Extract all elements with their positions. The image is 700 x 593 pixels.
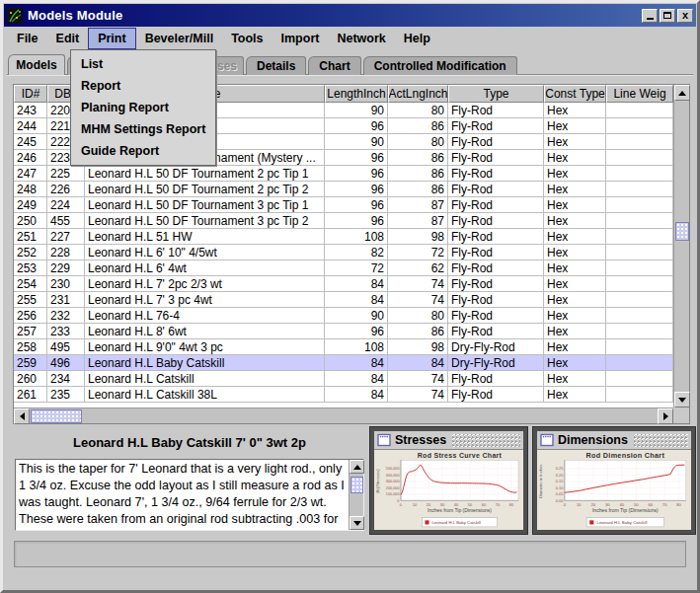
print-menu-item-planing-report[interactable]: Planing Report [71,97,215,118]
cell-lw [606,118,673,134]
close-icon: x [682,10,688,21]
column-header-type[interactable]: Type [448,85,544,103]
app-icon [7,8,23,24]
table-row-258[interactable]: 258495Leonard H.L 9'0" 4wt 3 pc10898Dry-… [14,339,673,355]
stresses-frame-titlebar[interactable]: Stresses [374,431,523,450]
description-scrollbar[interactable] [349,460,363,530]
cell-id: 261 [14,387,47,403]
maximize-icon [663,12,671,19]
cell-lw [606,260,673,276]
maximize-button[interactable] [660,9,675,23]
cell-type: Fly-Rod [448,213,544,229]
menubar-item-file[interactable]: File [8,28,47,49]
cell-db: 229 [47,260,85,276]
tab-chart[interactable]: Chart [308,56,360,75]
table-row-253[interactable]: 253229Leonard H.L 6' 4wt7262Fly-RodHex [14,260,673,276]
table-row-249[interactable]: 249224Leonard H.L 50 DF Tournament 3 pc … [14,197,673,213]
desc-scroll-up-button[interactable] [350,460,364,474]
scroll-down-button[interactable] [674,392,690,408]
table-row-252[interactable]: 252228Leonard H.L 6' 10" 4/5wt8272Fly-Ro… [14,245,673,260]
column-header-line-weig[interactable]: Line Weig [606,85,673,103]
desc-scroll-down-button[interactable] [350,516,364,530]
minimize-button[interactable] [642,9,658,23]
cell-len: 84 [325,387,388,403]
svg-text:Diameter in Inches: Diameter in Inches [538,465,543,498]
model-description-text[interactable]: This is the taper for 7' Leonard that is… [16,460,349,530]
bottom-empty-field[interactable] [14,541,686,567]
close-button[interactable]: x [677,9,693,23]
desc-scroll-thumb[interactable] [350,477,363,493]
cell-id: 254 [14,276,47,292]
cell-id: 259 [14,355,47,371]
tab-controlled-modification[interactable]: Controlled Modification [363,56,517,75]
menubar-item-import[interactable]: Import [272,28,329,49]
table-row-248[interactable]: 248226Leonard H.L 50 DF Tournament 2 pc … [14,182,673,197]
cell-lw [606,150,673,166]
cell-id: 255 [14,292,47,308]
print-menu-item-guide-report[interactable]: Guide Report [71,140,215,162]
cell-name: Leonard H.L 50 DF Tournament 2 pc Tip 1 [85,166,325,182]
table-row-250[interactable]: 250455Leonard H.L 50 DF Tournament 3 pc … [14,213,673,229]
cell-id: 251 [14,229,47,245]
table-row-257[interactable]: 257233Leonard H.L 8' 6wt9686Fly-RodHex [14,324,673,339]
cell-len: 90 [325,103,388,118]
cell-id: 244 [14,118,47,134]
cell-const: Hex [544,276,606,292]
table-horizontal-scrollbar[interactable] [14,408,673,423]
table-row-261[interactable]: 261235Leonard H.L Catskill 38L8474Fly-Ro… [14,387,673,403]
cell-id: 249 [14,197,47,213]
dimensions-frame-titlebar[interactable]: Dimensions [537,431,691,450]
titlebar[interactable]: Models Module x [4,4,696,27]
cell-act: 87 [388,197,448,213]
menubar-item-beveler-mill[interactable]: Beveler/Mill [136,28,222,49]
tab-details[interactable]: Details [246,56,306,75]
table-row-251[interactable]: 251227Leonard H.L 51 HW10898Fly-RodHex [14,229,673,245]
cell-db: 495 [47,339,85,355]
table-row-259[interactable]: 259496Leonard H.L Baby Catskill8484Dry-F… [14,355,673,371]
cell-len: 96 [325,197,388,213]
menubar-item-tools[interactable]: Tools [222,28,272,49]
cell-id: 250 [14,213,47,229]
svg-text:0.05: 0.05 [556,491,564,496]
cell-len: 90 [325,308,388,324]
menubar-item-network[interactable]: Network [328,28,394,49]
scroll-left-button[interactable] [14,408,30,424]
tab-models[interactable]: Models [8,54,65,75]
menubar-item-help[interactable]: Help [395,28,439,49]
menubar-item-edit[interactable]: Edit [47,28,89,49]
table-row-254[interactable]: 254230Leonard H.L 7' 2pc 2/3 wt8474Fly-R… [14,276,673,292]
print-menu-item-report[interactable]: Report [71,75,215,97]
column-header-actlnginch[interactable]: ActLngInch [388,85,448,103]
print-menu-item-mhm-settings-report[interactable]: MHM Settings Report [71,118,215,140]
cell-len: 96 [325,166,388,182]
cell-name: Leonard H.L 7' 2pc 2/3 wt [85,276,325,292]
scroll-up-button[interactable] [674,85,690,101]
table-row-255[interactable]: 255231Leonard H.L 7' 3 pc 4wt8474Fly-Rod… [14,292,673,308]
cell-lw [606,339,673,355]
cell-type: Fly-Rod [448,150,544,166]
column-header-id[interactable]: ID# [14,85,47,103]
menubar: FileEditPrintBeveler/MillToolsImportNetw… [4,28,696,49]
column-header-const-type[interactable]: Const Type [544,85,606,103]
dimensions-frame-title: Dimensions [558,433,628,447]
cell-type: Fly-Rod [448,182,544,197]
svg-text:100,000: 100,000 [386,492,400,496]
menubar-item-print[interactable]: Print [88,28,135,49]
column-header-lengthinch[interactable]: LengthInch [325,85,388,103]
horizontal-scroll-thumb[interactable] [31,409,82,423]
print-menu-item-list[interactable]: List [71,53,215,75]
cell-id: 243 [14,103,47,118]
internal-frame-icon [540,433,554,447]
cell-db: 232 [47,308,85,324]
vertical-scroll-thumb[interactable] [675,222,689,241]
cell-type: Fly-Rod [448,166,544,182]
table-vertical-scrollbar[interactable] [673,85,689,408]
scroll-right-button[interactable] [658,408,673,424]
cell-lw [606,166,673,182]
table-row-247[interactable]: 247225Leonard H.L 50 DF Tournament 2 pc … [14,166,673,182]
cell-lw [606,134,673,150]
table-row-256[interactable]: 256232Leonard H.L 76-49080Fly-RodHex [14,308,673,324]
table-row-260[interactable]: 260234Leonard H.L Catskill8474Fly-RodHex [14,371,673,387]
cell-act: 87 [388,213,448,229]
cell-act: 86 [388,118,448,134]
